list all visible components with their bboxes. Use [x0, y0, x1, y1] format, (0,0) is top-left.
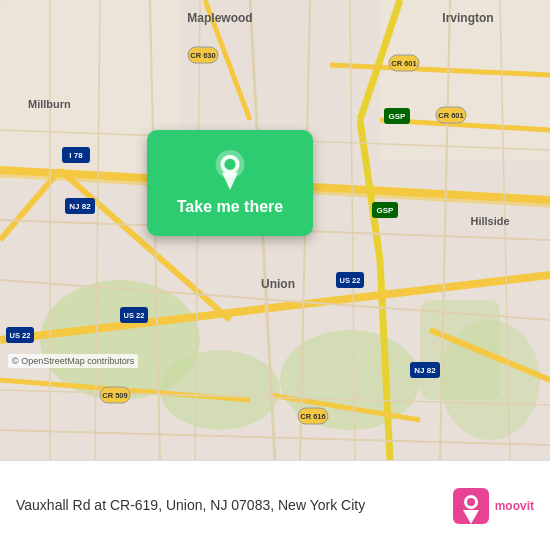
green-card[interactable]: Take me there — [147, 130, 313, 236]
svg-text:NJ 82: NJ 82 — [69, 202, 91, 211]
svg-line-28 — [0, 430, 550, 445]
svg-rect-4 — [420, 300, 500, 400]
svg-rect-44 — [188, 47, 218, 63]
osm-attribution: © OpenStreetMap contributors — [8, 354, 138, 368]
moovit-icon — [453, 488, 489, 524]
svg-text:GSP: GSP — [389, 112, 407, 121]
svg-text:CR 601: CR 601 — [391, 59, 416, 68]
svg-text:Maplewood: Maplewood — [187, 11, 252, 25]
location-title: Vauxhall Rd at CR-619, Union, NJ 07083, … — [16, 497, 365, 513]
svg-line-29 — [95, 0, 100, 460]
svg-rect-52 — [120, 307, 148, 323]
svg-line-24 — [0, 280, 550, 320]
svg-marker-70 — [222, 172, 238, 190]
location-pin-icon — [210, 150, 250, 190]
svg-point-2 — [160, 350, 280, 430]
svg-rect-54 — [6, 327, 34, 343]
svg-text:Irvington: Irvington — [442, 11, 493, 25]
svg-text:US 22: US 22 — [340, 276, 361, 285]
svg-text:US 22: US 22 — [124, 311, 145, 320]
svg-rect-56 — [410, 362, 440, 378]
svg-point-1 — [40, 280, 200, 400]
svg-rect-50 — [336, 272, 364, 288]
svg-rect-36 — [62, 147, 90, 163]
svg-rect-7 — [380, 0, 550, 160]
svg-line-10 — [0, 170, 60, 240]
svg-line-26 — [440, 0, 450, 460]
svg-text:CR 630: CR 630 — [190, 51, 215, 60]
svg-text:Millburn: Millburn — [28, 98, 71, 110]
svg-line-12 — [205, 0, 250, 120]
svg-rect-58 — [100, 387, 130, 403]
svg-line-16 — [330, 65, 550, 75]
svg-point-69 — [224, 159, 235, 170]
take-me-there-button[interactable]: Take me there — [177, 198, 283, 216]
svg-line-13 — [360, 0, 400, 120]
svg-rect-40 — [384, 108, 410, 124]
svg-line-32 — [0, 390, 550, 405]
svg-line-15 — [380, 260, 390, 460]
svg-line-20 — [0, 380, 250, 400]
svg-line-21 — [270, 395, 420, 420]
location-info: Vauxhall Rd at CR-619, Union, NJ 07083, … — [16, 496, 453, 516]
svg-point-5 — [440, 320, 540, 440]
svg-text:I 78: I 78 — [69, 151, 83, 160]
svg-line-35 — [500, 0, 510, 460]
svg-rect-48 — [436, 107, 466, 123]
map-container: I 78 NJ 82 GSP GSP CR 630 CR 601 CR 601 … — [0, 0, 550, 460]
svg-line-14 — [360, 120, 380, 260]
svg-text:Hillside: Hillside — [470, 215, 509, 227]
svg-line-19 — [430, 330, 550, 380]
moovit-logo[interactable]: moovit — [453, 488, 534, 524]
svg-rect-60 — [298, 408, 328, 424]
svg-text:GSP: GSP — [377, 206, 395, 215]
svg-rect-46 — [389, 55, 419, 71]
info-bar: Vauxhall Rd at CR-619, Union, NJ 07083, … — [0, 460, 550, 550]
svg-line-30 — [350, 0, 355, 460]
svg-text:US 22: US 22 — [10, 331, 31, 340]
take-me-there-overlay: Take me there — [130, 130, 330, 236]
svg-text:Union: Union — [261, 277, 295, 291]
svg-text:CR 509: CR 509 — [102, 391, 127, 400]
svg-point-74 — [467, 498, 475, 506]
svg-text:NJ 82: NJ 82 — [414, 366, 436, 375]
moovit-label: moovit — [495, 499, 534, 513]
svg-text:CR 601: CR 601 — [438, 111, 463, 120]
svg-line-17 — [380, 120, 550, 130]
svg-rect-38 — [65, 198, 95, 214]
svg-rect-42 — [372, 202, 398, 218]
svg-text:CR 616: CR 616 — [300, 412, 325, 421]
svg-line-18 — [0, 275, 550, 340]
svg-point-3 — [280, 330, 420, 430]
